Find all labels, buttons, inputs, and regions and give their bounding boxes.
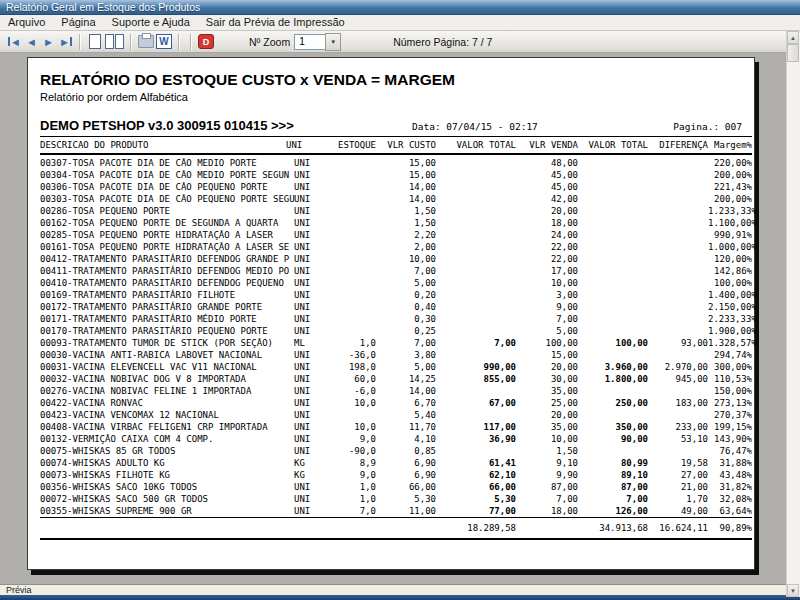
cell-valor-total-custo: 67,00 — [436, 397, 516, 409]
cell-valor-total-venda — [578, 325, 648, 337]
menu-item[interactable]: Arquivo — [0, 15, 53, 30]
title-bar: Relatório Geral em Estoque dos Produtos — [0, 0, 800, 15]
cell-uni: UNI — [286, 373, 326, 385]
word-export-icon: W — [156, 34, 172, 49]
toolbar-separator — [178, 34, 180, 50]
cell-valor-total-venda: 7,00 — [578, 493, 648, 505]
cell-produto: 00132-VERMIÇÃO CAIXA COM 4 COMP. — [40, 433, 286, 445]
vertical-scrollbar[interactable]: ▲ ▼ — [786, 31, 800, 597]
app-window: Relatório Geral em Estoque dos Produtos … — [0, 0, 800, 600]
cell-margem: 2.233,33% — [708, 313, 752, 325]
cell-uni: UNI — [286, 301, 326, 313]
status-text: Prévia — [0, 585, 800, 595]
cell-vlr-venda: 10,00 — [516, 277, 578, 289]
chevron-down-icon[interactable]: ▼ — [325, 33, 341, 51]
cell-estoque — [326, 289, 376, 301]
cell-vlr-custo: 14,00 — [376, 193, 436, 205]
cell-margem: 76,47% — [708, 445, 752, 457]
cell-uni: UNI — [286, 229, 326, 241]
scroll-down-icon[interactable]: ▼ — [787, 584, 799, 597]
cell-uni: UNI — [286, 349, 326, 361]
first-page-button[interactable]: ◄ — [7, 33, 22, 51]
table-row: 00355-WHISKAS SUPREME 900 GR UNI 7,0 11,… — [40, 505, 752, 518]
cell-estoque — [326, 301, 376, 313]
two-page-view-button[interactable] — [104, 33, 124, 51]
cell-valor-total-venda: 3.960,00 — [578, 361, 648, 373]
table-row: 00171-TRATAMENTO PARASITÁRIO MÉDIO PORTE… — [40, 313, 752, 325]
cell-diferenca — [648, 205, 708, 217]
cell-vlr-custo: 11,00 — [376, 505, 436, 518]
cell-uni: UNI — [286, 493, 326, 505]
menu-item[interactable]: Página — [53, 15, 103, 30]
cell-valor-total-venda: 1.800,00 — [578, 373, 648, 385]
zoom-select[interactable]: 1 ▼ — [294, 33, 341, 51]
cell-vlr-custo: 7,00 — [376, 265, 436, 277]
cell-valor-total-custo — [436, 409, 516, 421]
single-page-view-button[interactable] — [87, 33, 102, 51]
cell-margem: 2.150,00% — [708, 301, 752, 313]
cell-diferenca — [648, 229, 708, 241]
print-button[interactable] — [138, 33, 154, 51]
table-row: 00132-VERMIÇÃO CAIXA COM 4 COMP. UNI 9,0… — [40, 433, 752, 445]
cell-estoque: 7,0 — [326, 505, 376, 518]
cell-diferenca — [648, 193, 708, 205]
toolbar-separator — [190, 34, 192, 50]
menu-item[interactable]: Suporte e Ajuda — [104, 15, 198, 30]
cell-vlr-custo: 11,70 — [376, 421, 436, 433]
cell-vlr-venda: 5,00 — [516, 325, 578, 337]
zoom-label: Nº Zoom — [249, 36, 290, 48]
cell-valor-total-custo — [436, 325, 516, 337]
toolbar-separator — [79, 34, 81, 50]
export-word-button[interactable]: W — [156, 33, 172, 51]
cell-estoque: 1,0 — [326, 481, 376, 493]
cell-produto: 00031-VACINA ELEVENCELL VAC V11 NACIONAL — [40, 361, 286, 373]
report-subtitle: Relatório por ordem Alfabética — [40, 90, 742, 105]
cell-vlr-venda: 25,00 — [516, 397, 578, 409]
cell-produto: 00303-TOSA PACOTE DIA DE CÃO PEQUENO POR… — [40, 193, 286, 205]
next-page-button[interactable]: ► — [41, 33, 56, 51]
cell-margem: 63,64% — [708, 505, 752, 518]
table-row: 00074-WHISKAS ADULTO KG KG 8,9 6,90 61,4… — [40, 457, 752, 469]
report-title: RELATÓRIO DO ESTOQUE CUSTO x VENDA = MAR… — [40, 70, 742, 90]
cell-diferenca: 93,00 — [648, 337, 708, 349]
cell-produto: 00307-TOSA PACOTE DIA DE CÃO MEDIO PORTE — [40, 154, 286, 169]
cell-diferenca — [648, 349, 708, 361]
cell-vlr-custo: 6,90 — [376, 469, 436, 481]
cell-diferenca: 2.970,00 — [648, 361, 708, 373]
cell-vlr-custo: 14,00 — [376, 181, 436, 193]
export-pdf-button[interactable]: D — [198, 33, 214, 51]
cell-vlr-custo: 15,00 — [376, 154, 436, 169]
cell-uni: UNI — [286, 313, 326, 325]
cell-uni: UNI — [286, 505, 326, 518]
cell-produto: 00162-TOSA PEQUENO PORTE DE SEGUNDA A QU… — [40, 217, 286, 229]
cell-vlr-venda: 30,00 — [516, 373, 578, 385]
cell-valor-total-custo — [436, 241, 516, 253]
scrollbar-thumb[interactable] — [787, 44, 799, 62]
menu-item[interactable]: Sair da Prévia de Impressão — [198, 15, 353, 30]
cell-valor-total-custo: 7,00 — [436, 337, 516, 349]
previous-page-button[interactable]: ◄ — [24, 33, 39, 51]
cell-vlr-venda: 7,00 — [516, 493, 578, 505]
cell-vlr-venda: 20,00 — [516, 205, 578, 217]
last-page-bar-icon — [70, 37, 72, 46]
cell-uni: UNI — [286, 154, 326, 169]
cell-produto: 00172-TRATAMENTO PARASITÁRIO GRANDE PORT… — [40, 301, 286, 313]
scroll-up-icon[interactable]: ▲ — [787, 31, 799, 44]
cell-vlr-venda: 48,00 — [516, 154, 578, 169]
cell-vlr-custo: 7,00 — [376, 337, 436, 349]
cell-valor-total-venda — [578, 241, 648, 253]
cell-valor-total-custo — [436, 445, 516, 457]
column-header: VALOR TOTAL — [578, 137, 648, 155]
table-totals: 18.289,58 34.913,68 16.624,11 90,89% — [40, 518, 752, 540]
cell-estoque: -90,0 — [326, 445, 376, 457]
table-row: 00423-VACINA VENCOMAX 12 NACIONAL UNI 5,… — [40, 409, 752, 421]
table-row: 00304-TOSA PACOTE DIA DE CÃO MEDIO PORTE… — [40, 169, 752, 181]
cell-estoque: 9,0 — [326, 433, 376, 445]
column-header: Margem% — [708, 137, 752, 155]
cell-diferenca — [648, 277, 708, 289]
cell-valor-total-venda — [578, 445, 648, 457]
cell-vlr-custo: 5,00 — [376, 277, 436, 289]
last-page-button[interactable]: ► — [58, 33, 73, 51]
cell-margem: 220,00% — [708, 154, 752, 169]
column-header: DESCRICAO DO PRODUTO — [40, 137, 286, 155]
